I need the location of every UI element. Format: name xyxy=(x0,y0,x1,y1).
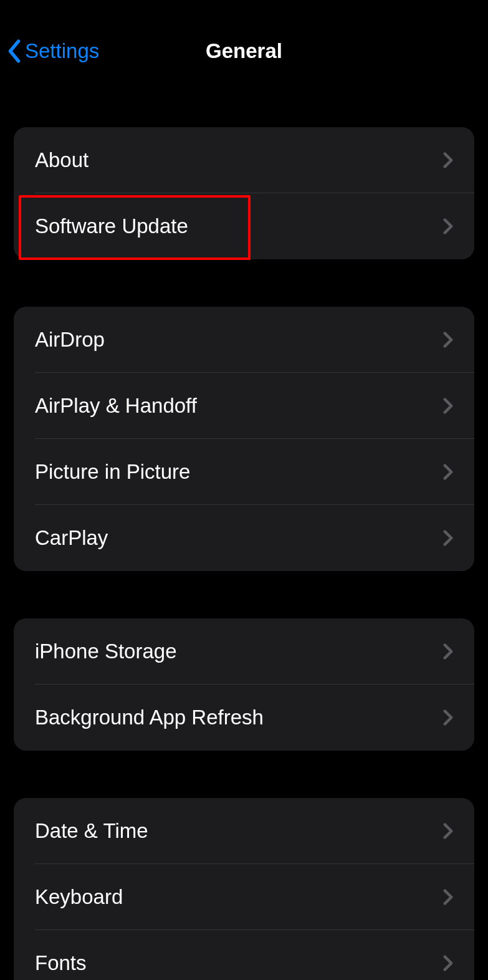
row-label: Keyboard xyxy=(35,885,123,909)
chevron-right-icon xyxy=(443,218,453,234)
row-airdrop[interactable]: AirDrop xyxy=(14,307,474,373)
row-label: Fonts xyxy=(35,951,87,975)
settings-group-3: iPhone Storage Background App Refresh xyxy=(14,618,474,751)
row-label: Software Update xyxy=(35,214,188,238)
back-label: Settings xyxy=(25,39,99,63)
chevron-right-icon xyxy=(443,332,453,348)
chevron-right-icon xyxy=(443,955,453,971)
row-about[interactable]: About xyxy=(14,127,474,193)
chevron-right-icon xyxy=(443,530,453,546)
chevron-left-icon xyxy=(6,39,22,64)
settings-content: About Software Update AirDrop AirPlay & … xyxy=(0,127,488,980)
nav-bar: Settings General xyxy=(0,24,488,79)
row-label: Picture in Picture xyxy=(35,460,190,484)
row-label: iPhone Storage xyxy=(35,640,177,663)
row-date-time[interactable]: Date & Time xyxy=(14,798,474,864)
row-fonts[interactable]: Fonts xyxy=(14,930,474,980)
row-iphone-storage[interactable]: iPhone Storage xyxy=(14,618,474,685)
row-background-app-refresh[interactable]: Background App Refresh xyxy=(14,685,474,751)
row-airplay-handoff[interactable]: AirPlay & Handoff xyxy=(14,373,474,439)
chevron-right-icon xyxy=(443,464,453,480)
row-label: Background App Refresh xyxy=(35,706,264,729)
chevron-right-icon xyxy=(443,709,453,726)
chevron-right-icon xyxy=(443,823,453,839)
chevron-right-icon xyxy=(443,152,453,168)
row-label: Date & Time xyxy=(35,819,148,843)
settings-group-2: AirDrop AirPlay & Handoff Picture in Pic… xyxy=(14,307,474,571)
row-picture-in-picture[interactable]: Picture in Picture xyxy=(14,439,474,505)
row-label: AirPlay & Handoff xyxy=(35,394,197,418)
row-software-update[interactable]: Software Update xyxy=(14,193,474,259)
row-label: About xyxy=(35,148,89,172)
row-label: CarPlay xyxy=(35,526,108,550)
row-label: AirDrop xyxy=(35,328,105,352)
back-button[interactable]: Settings xyxy=(5,39,99,64)
chevron-right-icon xyxy=(443,398,453,414)
chevron-right-icon xyxy=(443,889,453,905)
settings-group-1: About Software Update xyxy=(14,127,474,259)
row-keyboard[interactable]: Keyboard xyxy=(14,864,474,930)
row-carplay[interactable]: CarPlay xyxy=(14,505,474,571)
chevron-right-icon xyxy=(443,643,453,660)
settings-group-4: Date & Time Keyboard Fonts xyxy=(14,798,474,980)
